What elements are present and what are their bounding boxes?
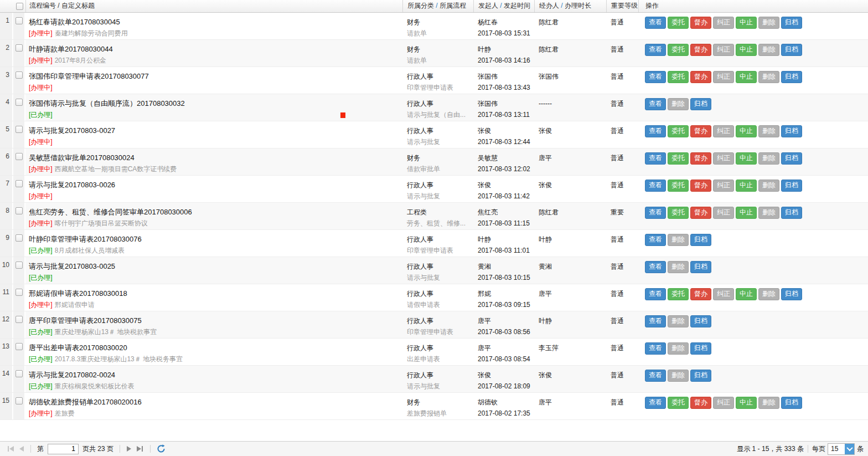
row-checkbox[interactable] (16, 234, 23, 242)
row-checkbox[interactable] (16, 17, 23, 24)
correct-button[interactable]: 纠正 (713, 125, 734, 137)
prev-page-button[interactable] (19, 446, 24, 452)
view-button[interactable]: 查看 (645, 261, 666, 273)
suspend-button[interactable]: 中止 (736, 71, 757, 83)
refresh-button[interactable] (157, 444, 166, 453)
process-title[interactable]: 胡德钦差旅费报销单201708020016 (29, 397, 402, 408)
archive-button[interactable]: 归档 (781, 288, 802, 300)
process-title[interactable]: 杨红春请款单201708030045 (29, 17, 402, 28)
suspend-button[interactable]: 中止 (736, 44, 757, 56)
column-header-initiator[interactable]: 发起人 / 发起时间 (473, 0, 534, 12)
row-checkbox[interactable] (16, 289, 23, 296)
delete-button[interactable]: 删除 (668, 234, 689, 246)
view-button[interactable]: 查看 (645, 370, 666, 382)
process-title[interactable]: 张国伟印章管理申请表201708030077 (29, 71, 402, 82)
last-page-button[interactable] (137, 446, 143, 452)
view-button[interactable]: 查看 (645, 44, 666, 56)
row-checkbox[interactable] (16, 71, 23, 79)
archive-button[interactable]: 归档 (690, 370, 711, 382)
process-title[interactable]: 唐平出差申请表201708030020 (29, 342, 402, 353)
delegate-button[interactable]: 委托 (668, 288, 689, 300)
view-button[interactable]: 查看 (645, 125, 666, 137)
process-title[interactable]: 请示与批复20170803-0025 (29, 261, 402, 272)
row-checkbox[interactable] (16, 397, 23, 404)
delete-button[interactable]: 删除 (758, 44, 779, 56)
view-button[interactable]: 查看 (645, 152, 666, 165)
supervise-button[interactable]: 督办 (690, 288, 711, 300)
supervise-button[interactable]: 督办 (690, 180, 711, 192)
process-title[interactable]: 叶静印章管理申请表201708030076 (29, 234, 402, 245)
view-button[interactable]: 查看 (645, 180, 666, 192)
delegate-button[interactable]: 委托 (668, 17, 689, 29)
per-page-select[interactable]: 15 (828, 443, 855, 455)
suspend-button[interactable]: 中止 (736, 207, 757, 219)
suspend-button[interactable]: 中止 (736, 397, 757, 409)
delete-button[interactable]: 删除 (758, 152, 779, 165)
column-header-category[interactable]: 所属分类 / 所属流程 (402, 0, 473, 12)
row-checkbox[interactable] (16, 126, 23, 133)
delete-button[interactable]: 删除 (668, 370, 689, 382)
delegate-button[interactable]: 委托 (668, 125, 689, 137)
supervise-button[interactable]: 督办 (690, 71, 711, 83)
delegate-button[interactable]: 委托 (668, 207, 689, 219)
view-button[interactable]: 查看 (645, 17, 666, 29)
delete-button[interactable]: 删除 (668, 261, 689, 273)
column-header-handler[interactable]: 经办人 / 办理时长 (534, 0, 606, 12)
archive-button[interactable]: 归档 (781, 397, 802, 409)
supervise-button[interactable]: 督办 (690, 397, 711, 409)
delegate-button[interactable]: 委托 (668, 152, 689, 165)
archive-button[interactable]: 归档 (781, 152, 802, 165)
page-number-input[interactable] (48, 444, 79, 454)
view-button[interactable]: 查看 (645, 342, 666, 355)
view-button[interactable]: 查看 (645, 98, 666, 110)
row-checkbox[interactable] (16, 316, 23, 323)
process-title[interactable]: 张国伟请示与批复（自由顺序流）201708030032 (29, 98, 402, 109)
process-title[interactable]: 请示与批复20170803-0027 (29, 125, 402, 136)
view-button[interactable]: 查看 (645, 234, 666, 246)
delegate-button[interactable]: 委托 (668, 71, 689, 83)
delete-button[interactable]: 删除 (758, 17, 779, 29)
correct-button[interactable]: 纠正 (713, 397, 734, 409)
process-title[interactable]: 叶静请款单201708030044 (29, 44, 402, 55)
suspend-button[interactable]: 中止 (736, 17, 757, 29)
delete-button[interactable]: 删除 (758, 397, 779, 409)
delete-button[interactable]: 删除 (758, 125, 779, 137)
process-title[interactable]: 唐平印章管理申请表201708030075 (29, 315, 402, 326)
archive-button[interactable]: 归档 (690, 342, 711, 355)
row-checkbox[interactable] (16, 44, 23, 52)
archive-button[interactable]: 归档 (781, 17, 802, 29)
delete-button[interactable]: 删除 (668, 342, 689, 355)
correct-button[interactable]: 纠正 (713, 71, 734, 83)
process-title[interactable]: 请示与批复20170802-0024 (29, 370, 402, 381)
first-page-button[interactable] (7, 446, 14, 452)
suspend-button[interactable]: 中止 (736, 180, 757, 192)
delete-button[interactable]: 删除 (668, 315, 689, 327)
row-checkbox[interactable] (16, 180, 23, 187)
supervise-button[interactable]: 督办 (690, 44, 711, 56)
correct-button[interactable]: 纠正 (713, 44, 734, 56)
delete-button[interactable]: 删除 (758, 180, 779, 192)
row-checkbox[interactable] (16, 370, 23, 377)
view-button[interactable]: 查看 (645, 288, 666, 300)
column-header-title[interactable]: 流程编号 / 自定义标题 (25, 0, 402, 12)
process-title[interactable]: 焦红亮劳务、租赁、维修合同签审单201708030006 (29, 207, 402, 218)
archive-button[interactable]: 归档 (781, 180, 802, 192)
archive-button[interactable]: 归档 (690, 98, 711, 110)
suspend-button[interactable]: 中止 (736, 288, 757, 300)
archive-button[interactable]: 归档 (690, 261, 711, 273)
row-checkbox[interactable] (16, 153, 23, 160)
archive-button[interactable]: 归档 (781, 44, 802, 56)
suspend-button[interactable]: 中止 (736, 152, 757, 165)
delete-button[interactable]: 删除 (668, 98, 689, 110)
per-page-dropdown-button[interactable] (845, 444, 854, 454)
archive-button[interactable]: 归档 (781, 207, 802, 219)
row-checkbox[interactable] (16, 207, 23, 214)
supervise-button[interactable]: 督办 (690, 17, 711, 29)
archive-button[interactable]: 归档 (690, 315, 711, 327)
process-title[interactable]: 请示与批复20170803-0026 (29, 180, 402, 191)
view-button[interactable]: 查看 (645, 397, 666, 409)
correct-button[interactable]: 纠正 (713, 207, 734, 219)
view-button[interactable]: 查看 (645, 71, 666, 83)
view-button[interactable]: 查看 (645, 207, 666, 219)
delegate-button[interactable]: 委托 (668, 44, 689, 56)
